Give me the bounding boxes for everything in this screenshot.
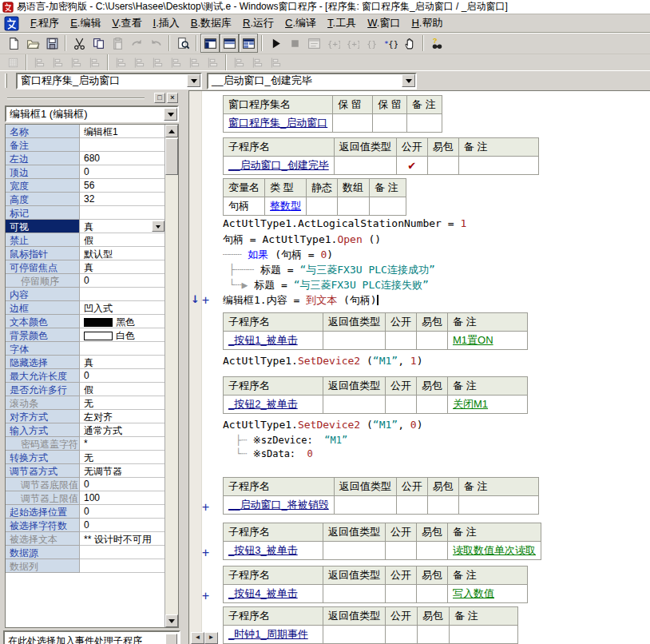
table-cell[interactable] (396, 496, 427, 515)
property-row-11[interactable]: 停留顺序0 (6, 274, 165, 288)
scrollbar-thumb[interactable] (165, 138, 178, 175)
table-cell[interactable] (417, 585, 448, 603)
table-cell[interactable]: 读取数值单次读取 (448, 542, 541, 560)
fold-plus-icon[interactable]: + (202, 500, 209, 515)
table-cell[interactable] (386, 585, 417, 603)
property-row-2[interactable]: 左边680 (6, 152, 165, 165)
copy-button[interactable] (89, 34, 108, 53)
property-row-26[interactable]: 调节器底限值0 (6, 478, 165, 491)
layout-left-button[interactable] (200, 34, 220, 53)
cut-button[interactable] (69, 34, 89, 53)
table-cell[interactable]: ✔ (396, 157, 427, 175)
layout-grid-button[interactable] (239, 34, 258, 53)
event-combobox[interactable]: __启动窗口_创建完毕 (207, 73, 417, 89)
property-scrollbar[interactable] (164, 125, 178, 627)
table-cell[interactable] (386, 332, 417, 350)
property-row-29[interactable]: 被选择字符数0 (6, 519, 165, 532)
dock-float-button[interactable]: □ (154, 93, 165, 103)
property-value[interactable]: ** 设计时不可用 (80, 532, 165, 546)
table-cell[interactable] (427, 496, 458, 515)
fold-arrow-icon[interactable]: ↓ (191, 293, 200, 305)
property-row-12[interactable]: 内容 (6, 288, 165, 301)
table-cell[interactable] (386, 626, 418, 644)
table-cell[interactable]: 句柄 (224, 197, 265, 216)
table-cell[interactable] (458, 496, 538, 515)
property-value[interactable]: 0 (80, 505, 165, 519)
table-cell[interactable]: _时钟1_周期事件 (224, 626, 323, 644)
property-value[interactable]: 100 (80, 491, 165, 505)
table-cell[interactable]: _按钮3_被单击 (224, 542, 323, 560)
table-cell[interactable] (386, 542, 417, 560)
property-value[interactable]: 0 (80, 478, 165, 491)
property-row-31[interactable]: 数据源 (6, 546, 165, 559)
table-cell[interactable] (417, 396, 448, 414)
property-value[interactable]: 0 (80, 519, 165, 532)
property-value[interactable] (80, 206, 165, 220)
property-row-1[interactable]: 备注 (6, 138, 165, 152)
table-cell[interactable] (450, 626, 518, 644)
table-cell[interactable]: 关闭M1 (448, 396, 528, 414)
table-cell[interactable] (370, 197, 406, 216)
event-hint-button[interactable] (165, 634, 177, 644)
property-value[interactable]: 假 (80, 233, 165, 247)
property-row-27[interactable]: 调节器上限值100 (6, 491, 165, 505)
menu-T[interactable]: T.工具 (322, 14, 362, 32)
code-line[interactable]: ActUtlType1.SetDevice2 (“M1”, 0) (223, 419, 650, 434)
property-row-7[interactable]: 可视真 (6, 220, 165, 233)
chevron-down-icon[interactable] (164, 108, 177, 121)
property-row-6[interactable]: 标记 (6, 206, 165, 220)
scroll-up-icon[interactable] (165, 125, 178, 137)
property-value[interactable]: 左对齐 (80, 410, 165, 423)
menu-F[interactable]: F.程序 (25, 14, 65, 32)
find-next-button[interactable]: ? (427, 34, 446, 53)
table-cell[interactable]: M1置ON (448, 332, 528, 350)
scroll-left-icon[interactable]: ◄ (191, 632, 204, 644)
property-row-0[interactable]: 名称编辑框1 (6, 125, 165, 138)
run-button[interactable] (266, 34, 285, 53)
table-cell[interactable] (307, 197, 338, 216)
code-line[interactable]: ActUtlType1.ActLogicalStationNumber = 1 (223, 217, 650, 233)
table-cell[interactable]: _按钮1_被单击 (224, 332, 323, 350)
property-value[interactable]: 真 (80, 220, 165, 233)
property-value[interactable]: 32 (80, 193, 165, 206)
property-value[interactable]: 默认型 (80, 247, 165, 260)
menu-H[interactable]: H.帮助 (406, 14, 448, 32)
property-row-28[interactable]: 起始选择位置0 (6, 505, 165, 519)
code-line[interactable]: ActUtlType1.SetDevice2 (“M1”, 1) (223, 355, 650, 370)
save-file-button[interactable] (42, 34, 61, 53)
property-row-16[interactable]: 字体 (6, 342, 165, 356)
table-cell[interactable] (427, 157, 458, 175)
property-row-13[interactable]: 边框凹入式 (6, 301, 165, 315)
table-cell[interactable] (406, 114, 442, 133)
table-cell[interactable]: __启动窗口_将被销毁 (224, 496, 335, 515)
scroll-right-icon[interactable]: ► (204, 632, 218, 644)
property-row-32[interactable]: 数据列 (6, 559, 165, 573)
code-line[interactable]: 句柄 = ActUtlType1.Open () (223, 233, 650, 248)
table-cell[interactable] (333, 114, 373, 133)
property-value[interactable]: 无 (80, 396, 165, 410)
table-cell[interactable] (417, 542, 448, 560)
property-row-9[interactable]: 鼠标指针默认型 (6, 247, 165, 260)
property-value[interactable]: 假 (80, 383, 165, 396)
code-line[interactable]: └┄▶ 标题 = “与三菱FX3U PLC连接失败” (223, 278, 650, 293)
table-cell[interactable] (334, 496, 396, 515)
property-value[interactable]: 无调节器 (80, 464, 165, 478)
layout-top-button[interactable] (220, 34, 239, 53)
menu-E[interactable]: E.编辑 (65, 14, 106, 32)
property-row-15[interactable]: 背景颜色白色 (6, 328, 165, 342)
menu-R[interactable]: R.运行 (237, 14, 279, 32)
menu-I[interactable]: I.插入 (148, 14, 185, 32)
code-line[interactable]: ↓+编辑框1.内容 = 到文本 (句柄) (223, 293, 650, 308)
property-row-25[interactable]: 调节器方式无调节器 (6, 464, 165, 478)
run-to-cursor-button[interactable]: *{} (381, 34, 400, 53)
chevron-down-icon[interactable] (152, 221, 164, 232)
property-value[interactable]: 680 (80, 152, 165, 165)
property-value[interactable]: 黑色 (80, 315, 165, 328)
property-row-14[interactable]: 文本颜色黑色 (6, 315, 165, 328)
table-cell[interactable]: _按钮4_被单击 (224, 585, 323, 603)
code-line[interactable]: ┄┄┄ 如果 (句柄 = 0) (223, 248, 650, 263)
code-editor[interactable]: 窗口程序集名保 留保 留备 注窗口程序集_启动窗口子程序名返回值类型公开易包备 … (188, 90, 650, 644)
property-row-8[interactable]: 禁止假 (6, 233, 165, 247)
property-value[interactable]: 0 (80, 165, 165, 179)
chevron-down-icon[interactable] (187, 74, 200, 87)
